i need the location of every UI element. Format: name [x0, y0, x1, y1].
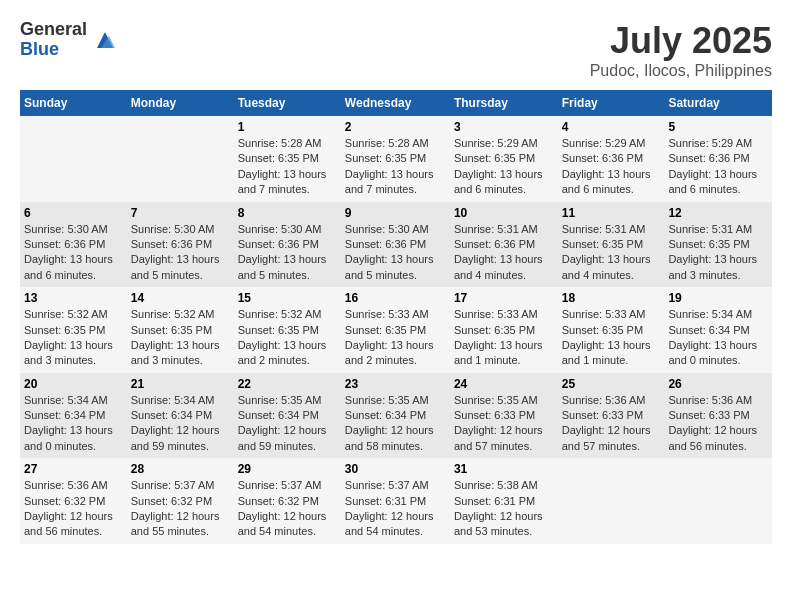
- day-info: Sunrise: 5:32 AMSunset: 6:35 PMDaylight:…: [24, 307, 123, 369]
- table-row: 11Sunrise: 5:31 AMSunset: 6:35 PMDayligh…: [558, 202, 665, 288]
- day-info: Sunrise: 5:29 AMSunset: 6:35 PMDaylight:…: [454, 136, 554, 198]
- day-info: Sunrise: 5:34 AMSunset: 6:34 PMDaylight:…: [668, 307, 768, 369]
- table-row: 29Sunrise: 5:37 AMSunset: 6:32 PMDayligh…: [234, 458, 341, 544]
- table-row: 15Sunrise: 5:32 AMSunset: 6:35 PMDayligh…: [234, 287, 341, 373]
- calendar-week-row: 6Sunrise: 5:30 AMSunset: 6:36 PMDaylight…: [20, 202, 772, 288]
- table-row: 9Sunrise: 5:30 AMSunset: 6:36 PMDaylight…: [341, 202, 450, 288]
- day-number: 20: [24, 377, 123, 391]
- table-row: 8Sunrise: 5:30 AMSunset: 6:36 PMDaylight…: [234, 202, 341, 288]
- table-row: 6Sunrise: 5:30 AMSunset: 6:36 PMDaylight…: [20, 202, 127, 288]
- logo-general-text: General: [20, 20, 87, 40]
- day-info: Sunrise: 5:30 AMSunset: 6:36 PMDaylight:…: [24, 222, 123, 284]
- table-row: 19Sunrise: 5:34 AMSunset: 6:34 PMDayligh…: [664, 287, 772, 373]
- table-row: 18Sunrise: 5:33 AMSunset: 6:35 PMDayligh…: [558, 287, 665, 373]
- table-row: 27Sunrise: 5:36 AMSunset: 6:32 PMDayligh…: [20, 458, 127, 544]
- day-number: 9: [345, 206, 446, 220]
- table-row: [558, 458, 665, 544]
- table-row: 20Sunrise: 5:34 AMSunset: 6:34 PMDayligh…: [20, 373, 127, 459]
- day-info: Sunrise: 5:31 AMSunset: 6:36 PMDaylight:…: [454, 222, 554, 284]
- day-number: 10: [454, 206, 554, 220]
- calendar-week-row: 20Sunrise: 5:34 AMSunset: 6:34 PMDayligh…: [20, 373, 772, 459]
- day-info: Sunrise: 5:28 AMSunset: 6:35 PMDaylight:…: [238, 136, 337, 198]
- table-row: 14Sunrise: 5:32 AMSunset: 6:35 PMDayligh…: [127, 287, 234, 373]
- table-row: 24Sunrise: 5:35 AMSunset: 6:33 PMDayligh…: [450, 373, 558, 459]
- table-row: 30Sunrise: 5:37 AMSunset: 6:31 PMDayligh…: [341, 458, 450, 544]
- day-info: Sunrise: 5:30 AMSunset: 6:36 PMDaylight:…: [238, 222, 337, 284]
- day-info: Sunrise: 5:37 AMSunset: 6:31 PMDaylight:…: [345, 478, 446, 540]
- day-info: Sunrise: 5:37 AMSunset: 6:32 PMDaylight:…: [131, 478, 230, 540]
- day-number: 18: [562, 291, 661, 305]
- day-info: Sunrise: 5:35 AMSunset: 6:34 PMDaylight:…: [345, 393, 446, 455]
- day-info: Sunrise: 5:32 AMSunset: 6:35 PMDaylight:…: [238, 307, 337, 369]
- table-row: 7Sunrise: 5:30 AMSunset: 6:36 PMDaylight…: [127, 202, 234, 288]
- day-number: 26: [668, 377, 768, 391]
- table-row: 17Sunrise: 5:33 AMSunset: 6:35 PMDayligh…: [450, 287, 558, 373]
- table-row: 3Sunrise: 5:29 AMSunset: 6:35 PMDaylight…: [450, 116, 558, 202]
- table-row: 26Sunrise: 5:36 AMSunset: 6:33 PMDayligh…: [664, 373, 772, 459]
- table-row: 31Sunrise: 5:38 AMSunset: 6:31 PMDayligh…: [450, 458, 558, 544]
- day-number: 17: [454, 291, 554, 305]
- day-number: 30: [345, 462, 446, 476]
- header-saturday: Saturday: [664, 90, 772, 116]
- day-info: Sunrise: 5:34 AMSunset: 6:34 PMDaylight:…: [24, 393, 123, 455]
- title-block: July 2025 Pudoc, Ilocos, Philippines: [590, 20, 772, 80]
- day-number: 16: [345, 291, 446, 305]
- table-row: [127, 116, 234, 202]
- table-row: 5Sunrise: 5:29 AMSunset: 6:36 PMDaylight…: [664, 116, 772, 202]
- day-info: Sunrise: 5:32 AMSunset: 6:35 PMDaylight:…: [131, 307, 230, 369]
- day-info: Sunrise: 5:37 AMSunset: 6:32 PMDaylight:…: [238, 478, 337, 540]
- day-number: 5: [668, 120, 768, 134]
- day-info: Sunrise: 5:33 AMSunset: 6:35 PMDaylight:…: [454, 307, 554, 369]
- day-number: 27: [24, 462, 123, 476]
- table-row: 10Sunrise: 5:31 AMSunset: 6:36 PMDayligh…: [450, 202, 558, 288]
- calendar-table: Sunday Monday Tuesday Wednesday Thursday…: [20, 90, 772, 544]
- day-number: 1: [238, 120, 337, 134]
- day-number: 12: [668, 206, 768, 220]
- header-wednesday: Wednesday: [341, 90, 450, 116]
- day-number: 31: [454, 462, 554, 476]
- table-row: 21Sunrise: 5:34 AMSunset: 6:34 PMDayligh…: [127, 373, 234, 459]
- day-info: Sunrise: 5:29 AMSunset: 6:36 PMDaylight:…: [562, 136, 661, 198]
- day-number: 21: [131, 377, 230, 391]
- table-row: 25Sunrise: 5:36 AMSunset: 6:33 PMDayligh…: [558, 373, 665, 459]
- header-monday: Monday: [127, 90, 234, 116]
- table-row: 1Sunrise: 5:28 AMSunset: 6:35 PMDaylight…: [234, 116, 341, 202]
- day-number: 19: [668, 291, 768, 305]
- day-info: Sunrise: 5:36 AMSunset: 6:33 PMDaylight:…: [668, 393, 768, 455]
- table-row: [664, 458, 772, 544]
- header-tuesday: Tuesday: [234, 90, 341, 116]
- weekday-header-row: Sunday Monday Tuesday Wednesday Thursday…: [20, 90, 772, 116]
- day-info: Sunrise: 5:33 AMSunset: 6:35 PMDaylight:…: [345, 307, 446, 369]
- day-number: 25: [562, 377, 661, 391]
- day-info: Sunrise: 5:30 AMSunset: 6:36 PMDaylight:…: [131, 222, 230, 284]
- day-number: 28: [131, 462, 230, 476]
- day-number: 13: [24, 291, 123, 305]
- table-row: 12Sunrise: 5:31 AMSunset: 6:35 PMDayligh…: [664, 202, 772, 288]
- table-row: 28Sunrise: 5:37 AMSunset: 6:32 PMDayligh…: [127, 458, 234, 544]
- logo-blue-text: Blue: [20, 40, 87, 60]
- location: Pudoc, Ilocos, Philippines: [590, 62, 772, 80]
- day-number: 14: [131, 291, 230, 305]
- header-friday: Friday: [558, 90, 665, 116]
- logo-icon: [91, 26, 119, 54]
- day-info: Sunrise: 5:29 AMSunset: 6:36 PMDaylight:…: [668, 136, 768, 198]
- day-info: Sunrise: 5:34 AMSunset: 6:34 PMDaylight:…: [131, 393, 230, 455]
- day-info: Sunrise: 5:36 AMSunset: 6:32 PMDaylight:…: [24, 478, 123, 540]
- day-info: Sunrise: 5:35 AMSunset: 6:33 PMDaylight:…: [454, 393, 554, 455]
- header-sunday: Sunday: [20, 90, 127, 116]
- header-thursday: Thursday: [450, 90, 558, 116]
- day-info: Sunrise: 5:35 AMSunset: 6:34 PMDaylight:…: [238, 393, 337, 455]
- day-number: 11: [562, 206, 661, 220]
- calendar-week-row: 27Sunrise: 5:36 AMSunset: 6:32 PMDayligh…: [20, 458, 772, 544]
- month-year: July 2025: [590, 20, 772, 62]
- day-number: 6: [24, 206, 123, 220]
- table-row: 4Sunrise: 5:29 AMSunset: 6:36 PMDaylight…: [558, 116, 665, 202]
- day-number: 7: [131, 206, 230, 220]
- day-number: 2: [345, 120, 446, 134]
- day-info: Sunrise: 5:31 AMSunset: 6:35 PMDaylight:…: [668, 222, 768, 284]
- day-number: 8: [238, 206, 337, 220]
- day-info: Sunrise: 5:31 AMSunset: 6:35 PMDaylight:…: [562, 222, 661, 284]
- day-number: 4: [562, 120, 661, 134]
- day-number: 23: [345, 377, 446, 391]
- day-info: Sunrise: 5:36 AMSunset: 6:33 PMDaylight:…: [562, 393, 661, 455]
